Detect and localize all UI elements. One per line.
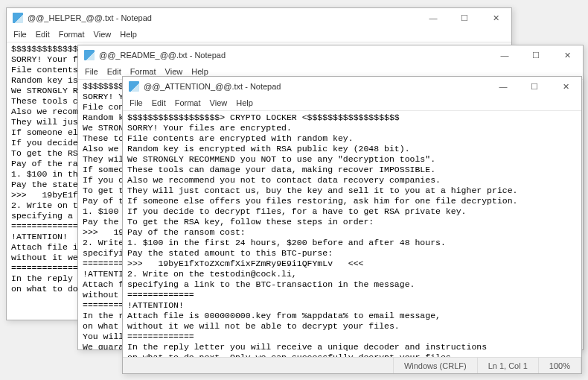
maximize-button[interactable]: ☐ [520,45,552,65]
menu-file[interactable]: File [10,29,31,39]
maximize-button[interactable]: ☐ [449,8,480,28]
titlebar-buttons: — ☐ ✕ [418,8,511,28]
close-button[interactable]: ✕ [550,77,581,96]
menu-edit[interactable]: Edit [32,29,54,39]
status-spacer [123,358,394,373]
menu-view[interactable]: View [206,98,231,108]
status-encoding: Windows (CRLF) [394,358,478,373]
menu-help[interactable]: Help [232,98,257,108]
menu-view[interactable]: View [90,29,115,39]
menu-help[interactable]: Help [116,29,141,39]
minimize-button[interactable]: — [488,77,519,96]
titlebar[interactable]: @@_README_@@.txt - Notepad — ☐ ✕ [78,45,583,65]
titlebar-buttons: — ☐ ✕ [488,77,581,96]
maximize-button[interactable]: ☐ [519,77,550,96]
titlebar-buttons: — ☐ ✕ [489,45,583,65]
titlebar[interactable]: @@_HELPER_@@.txt - Notepad — ☐ ✕ [7,8,511,28]
minimize-button[interactable]: — [489,45,520,65]
window-title: @@_ATTENTION_@@.txt - Notepad [144,82,488,91]
notepad-icon [129,81,139,92]
statusbar: Windows (CRLF) Ln 1, Col 1 100% [123,357,581,373]
menu-format[interactable]: Format [171,98,205,108]
menu-edit[interactable]: Edit [103,66,125,77]
close-button[interactable]: ✕ [552,45,583,65]
menu-help[interactable]: Help [188,66,212,77]
text-area[interactable]: $$$$$$$$$$$$$$$$$$> CRYPTO LOCKER <$$$$$… [123,111,581,357]
menu-file[interactable]: File [81,66,102,77]
minimize-button[interactable]: — [418,8,449,28]
status-zoom: 100% [539,358,581,373]
menubar: File Edit Format View Help [123,96,581,111]
notepad-icon [84,50,95,60]
window-title: @@_HELPER_@@.txt - Notepad [28,13,418,22]
notepad-icon [13,13,23,23]
notepad-window-attention: @@_ATTENTION_@@.txt - Notepad — ☐ ✕ File… [122,76,582,374]
status-position: Ln 1, Col 1 [478,358,539,373]
menu-format[interactable]: Format [127,66,160,77]
menu-view[interactable]: View [162,66,187,77]
menu-file[interactable]: File [126,98,147,108]
close-button[interactable]: ✕ [480,8,511,28]
menu-format[interactable]: Format [55,29,89,39]
menu-edit[interactable]: Edit [148,98,170,108]
titlebar[interactable]: @@_ATTENTION_@@.txt - Notepad — ☐ ✕ [123,77,581,96]
menubar: File Edit Format View Help [7,28,511,42]
window-title: @@_README_@@.txt - Notepad [99,51,489,60]
